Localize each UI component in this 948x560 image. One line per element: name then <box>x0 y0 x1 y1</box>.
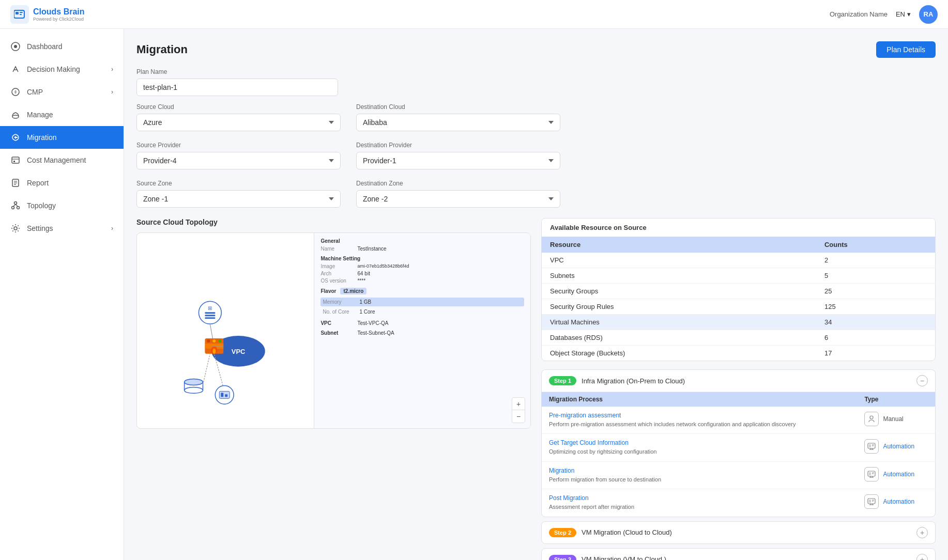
svg-rect-46 <box>225 394 227 397</box>
destination-zone-group: Destination Zone Zone -2 <box>356 180 560 208</box>
sidebar-item-manage[interactable]: Manage <box>0 103 124 126</box>
step-title-step3: VM Migration (VM to Cloud ) <box>582 555 666 560</box>
chevron-down-icon: ▾ <box>907 10 911 18</box>
svg-rect-39 <box>205 312 215 314</box>
step-card-step2: Step 2 VM Migration (Cloud to Cloud) + <box>541 521 936 544</box>
flavor-value: t2.micro <box>340 288 366 294</box>
sidebar-item-settings[interactable]: Settings › <box>0 217 124 240</box>
step-header-left: Step 2 VM Migration (Cloud to Cloud) <box>549 528 672 537</box>
type-label: Automation <box>883 443 914 450</box>
source-zone-label: Source Zone <box>136 180 341 187</box>
step-header-step2[interactable]: Step 2 VM Migration (Cloud to Cloud) + <box>542 522 935 543</box>
resource-row: VPC 2 <box>542 253 935 268</box>
logo-area: Clouds Brain Powered by Click2Cloud <box>10 5 85 24</box>
step-title-step1: Infra Migration (On-Prem to Cloud) <box>582 377 685 385</box>
svg-rect-41 <box>205 317 215 319</box>
svg-point-48 <box>870 416 873 419</box>
lower-content: Source Cloud Topology ⤢ VPC <box>136 218 936 560</box>
destination-cloud-select[interactable]: Alibaba <box>356 114 560 131</box>
resources-table-wrap: Available Resource on Source ResourceCou… <box>541 218 936 361</box>
migration-icon <box>10 132 21 143</box>
sidebar-label-report: Report <box>27 179 113 187</box>
step-header-step1[interactable]: Step 1 Infra Migration (On-Prem to Cloud… <box>542 370 935 392</box>
plan-details-button[interactable]: Plan Details <box>876 41 936 58</box>
sidebar-item-report[interactable]: Report <box>0 172 124 194</box>
dashboard-icon <box>10 41 21 52</box>
page-header: Migration Plan Details <box>136 41 936 58</box>
resource-count: 6 <box>816 330 935 346</box>
svg-rect-55 <box>869 472 871 475</box>
machine-section-title: Machine Setting <box>320 256 524 261</box>
resource-count: 25 <box>816 284 935 299</box>
svg-text:⊞: ⊞ <box>208 305 212 311</box>
type-label: Automation <box>883 498 914 505</box>
sidebar-item-migration[interactable]: Migration <box>0 126 124 149</box>
destination-zone-label: Destination Zone <box>356 180 560 187</box>
sidebar-item-cmp[interactable]: CMP › <box>0 81 124 103</box>
source-zone-select[interactable]: Zone -1 <box>136 190 341 208</box>
memory-label: Memory <box>323 299 356 305</box>
os-label: OS version <box>320 278 354 284</box>
step-toggle-step2[interactable]: + <box>916 527 928 538</box>
sidebar-item-decision-making[interactable]: Decision Making › <box>0 58 124 81</box>
sidebar-item-cost-management[interactable]: Cost Management <box>0 149 124 172</box>
resource-count: 2 <box>816 253 935 268</box>
process-name: Post Migration <box>549 494 850 502</box>
cmp-icon <box>10 87 21 97</box>
svg-rect-9 <box>12 157 19 163</box>
general-section-title: General <box>320 238 524 244</box>
svg-point-26 <box>207 339 210 343</box>
resource-col-resource: Resource <box>542 237 816 253</box>
step-header-left: Step 3 VM Migration (VM to Cloud ) <box>549 555 666 560</box>
svg-point-8 <box>12 115 19 118</box>
settings-icon <box>10 223 21 234</box>
subnet-title: Subnet <box>320 330 354 336</box>
sidebar-item-topology[interactable]: Topology <box>0 194 124 217</box>
svg-point-35 <box>185 379 203 385</box>
resource-name: VPC <box>542 253 816 268</box>
step-toggle-step1[interactable]: − <box>916 375 928 386</box>
source-provider-select[interactable]: Provider-4 <box>136 152 341 169</box>
destination-zone-select[interactable]: Zone -2 <box>356 190 560 208</box>
resource-row: Virtual Machines 34 <box>542 315 935 330</box>
report-icon <box>10 178 21 188</box>
sidebar-item-dashboard[interactable]: Dashboard <box>0 35 124 58</box>
zoom-in-button[interactable]: + <box>512 398 525 410</box>
topology-title: Source Cloud Topology <box>136 218 531 226</box>
lang-selector[interactable]: EN ▾ <box>896 10 911 18</box>
destination-cloud-group: Destination Cloud Alibaba <box>356 103 560 131</box>
os-value: **** <box>357 278 365 284</box>
svg-rect-44 <box>219 391 230 398</box>
source-cloud-select[interactable]: Azure <box>136 114 341 131</box>
process-row: Post Migration Assessment report after m… <box>542 489 935 517</box>
content-area: Migration Plan Details Plan Name Source … <box>124 29 948 560</box>
app-name: Clouds Brain <box>33 7 85 17</box>
source-cloud-label: Source Cloud <box>136 103 341 111</box>
vpc-value: Test-VPC-QA <box>357 320 388 326</box>
step-toggle-step3[interactable]: + <box>916 554 928 560</box>
plan-name-input[interactable] <box>136 79 338 96</box>
step-header-step3[interactable]: Step 3 VM Migration (VM to Cloud ) + <box>542 549 935 560</box>
destination-cloud-label: Destination Cloud <box>356 103 560 111</box>
svg-rect-0 <box>14 10 24 18</box>
svg-line-19 <box>13 205 16 207</box>
resources-title: Available Resource on Source <box>542 219 935 237</box>
destination-provider-select[interactable]: Provider-1 <box>356 152 560 169</box>
process-name: Get Target Cloud Information <box>549 439 850 446</box>
step-table-step1: Migration ProcessType Pre-migration asse… <box>542 392 935 517</box>
cores-value: 1 Core <box>359 309 375 315</box>
resource-count: 5 <box>816 268 935 284</box>
svg-rect-2 <box>20 12 23 13</box>
type-label: Manual <box>883 415 903 423</box>
avatar[interactable]: RA <box>919 5 938 24</box>
topology-section: Source Cloud Topology ⤢ VPC <box>136 218 531 560</box>
sidebar-label-cmp: CMP <box>27 88 105 96</box>
destination-provider-label: Destination Provider <box>356 142 560 149</box>
resource-count: 17 <box>816 346 935 361</box>
type-cell: Automation <box>857 489 935 517</box>
zoom-out-button[interactable]: − <box>512 410 525 423</box>
sidebar-label-settings: Settings <box>27 224 105 232</box>
type-label: Automation <box>883 471 914 478</box>
svg-line-36 <box>203 354 210 385</box>
resource-name: Security Groups <box>542 284 816 299</box>
